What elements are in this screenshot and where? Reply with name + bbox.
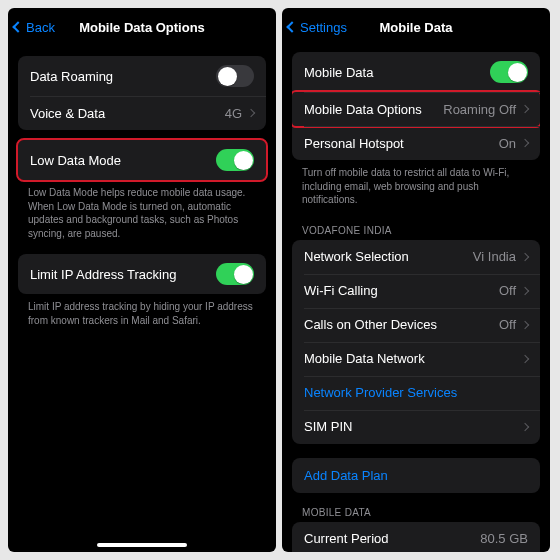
row-label: Mobile Data: [304, 65, 373, 80]
screenshot-mobile-data-options: Back Mobile Data Options Data Roaming Vo…: [8, 8, 276, 552]
row-detail: [522, 356, 528, 362]
row-calls-other-devices[interactable]: Calls on Other Devices Off: [292, 308, 540, 342]
chevron-left-icon: [286, 21, 297, 32]
toggle-data-roaming[interactable]: [216, 65, 254, 87]
row-personal-hotspot[interactable]: Personal Hotspot On: [292, 126, 540, 160]
row-label: SIM PIN: [304, 419, 352, 434]
row-wifi-calling[interactable]: Wi-Fi Calling Off: [292, 274, 540, 308]
footer-limit-ip: Limit IP address tracking by hiding your…: [8, 294, 276, 331]
home-indicator[interactable]: [97, 543, 187, 547]
toggle-mobile-data[interactable]: [490, 61, 528, 83]
chevron-right-icon: [521, 354, 529, 362]
chevron-right-icon: [521, 320, 529, 328]
row-detail: On: [499, 136, 528, 151]
group-limit-ip: Limit IP Address Tracking: [18, 254, 266, 294]
footer-mobile-data: Turn off mobile data to restrict all dat…: [282, 160, 550, 211]
row-label: Data Roaming: [30, 69, 113, 84]
chevron-right-icon: [521, 422, 529, 430]
row-label: Voice & Data: [30, 106, 105, 121]
group-main: Mobile Data Mobile Data Options Roaming …: [292, 52, 540, 160]
chevron-right-icon: [521, 286, 529, 294]
back-label: Settings: [300, 20, 347, 35]
group-usage: Current Period 80.5 GB Current Period Ro…: [292, 522, 540, 553]
row-detail: Off: [499, 317, 528, 332]
page-title: Mobile Data: [380, 20, 453, 35]
row-label: Current Period: [304, 531, 389, 546]
row-detail: Off: [499, 283, 528, 298]
header-mobile-data: MOBILE DATA: [282, 493, 550, 522]
row-current-period[interactable]: Current Period 80.5 GB: [292, 522, 540, 553]
row-mobile-data-options[interactable]: Mobile Data Options Roaming Off: [292, 92, 540, 126]
group-low-data-mode: Low Data Mode: [18, 140, 266, 180]
footer-low-data: Low Data Mode helps reduce mobile data u…: [8, 180, 276, 244]
chevron-right-icon: [521, 252, 529, 260]
row-sim-pin[interactable]: SIM PIN: [292, 410, 540, 444]
row-add-data-plan[interactable]: Add Data Plan: [292, 458, 540, 493]
row-label: Network Selection: [304, 249, 409, 264]
row-label: Mobile Data Network: [304, 351, 425, 366]
row-data-roaming[interactable]: Data Roaming: [18, 56, 266, 96]
row-voice-data[interactable]: Voice & Data 4G: [18, 96, 266, 130]
page-title: Mobile Data Options: [79, 20, 205, 35]
row-label: Low Data Mode: [30, 153, 121, 168]
group-roaming: Data Roaming Voice & Data 4G: [18, 56, 266, 130]
row-detail: Roaming Off: [443, 102, 528, 117]
back-label: Back: [26, 20, 55, 35]
row-label: Limit IP Address Tracking: [30, 267, 176, 282]
back-button[interactable]: Back: [14, 8, 55, 46]
row-low-data-mode[interactable]: Low Data Mode: [18, 140, 266, 180]
back-button[interactable]: Settings: [288, 8, 347, 46]
row-mobile-data[interactable]: Mobile Data: [292, 52, 540, 92]
toggle-limit-ip[interactable]: [216, 263, 254, 285]
row-label: Mobile Data Options: [304, 102, 422, 117]
header-carrier: VODAFONE INDIA: [282, 211, 550, 240]
row-detail: Vi India: [473, 249, 528, 264]
chevron-right-icon: [521, 139, 529, 147]
row-label: Wi-Fi Calling: [304, 283, 378, 298]
toggle-low-data-mode[interactable]: [216, 149, 254, 171]
chevron-right-icon: [521, 105, 529, 113]
row-detail: 80.5 GB: [480, 531, 528, 546]
screenshot-mobile-data: Settings Mobile Data Mobile Data Mobile …: [282, 8, 550, 552]
row-limit-ip-tracking[interactable]: Limit IP Address Tracking: [18, 254, 266, 294]
navbar: Back Mobile Data Options: [8, 8, 276, 46]
row-label: Network Provider Services: [304, 385, 457, 400]
chevron-left-icon: [12, 21, 23, 32]
chevron-right-icon: [247, 109, 255, 117]
group-carrier: Network Selection Vi India Wi-Fi Calling…: [292, 240, 540, 444]
row-detail: [522, 424, 528, 430]
row-network-provider-services[interactable]: Network Provider Services: [292, 376, 540, 410]
row-label: Add Data Plan: [304, 468, 388, 483]
row-detail: 4G: [225, 106, 254, 121]
navbar: Settings Mobile Data: [282, 8, 550, 46]
row-label: Calls on Other Devices: [304, 317, 437, 332]
row-mobile-data-network[interactable]: Mobile Data Network: [292, 342, 540, 376]
row-network-selection[interactable]: Network Selection Vi India: [292, 240, 540, 274]
row-label: Personal Hotspot: [304, 136, 404, 151]
